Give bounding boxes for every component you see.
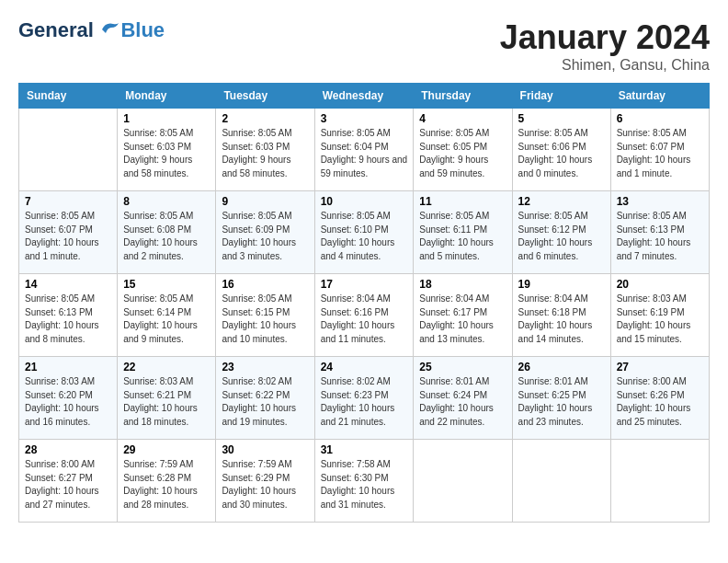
day-info: Sunrise: 8:05 AMSunset: 6:07 PMDaylight:… — [617, 127, 703, 180]
day-info: Sunrise: 8:05 AMSunset: 6:13 PMDaylight:… — [25, 293, 111, 346]
sunrise-text: Sunrise: 8:05 AM — [419, 127, 506, 141]
day-info: Sunrise: 8:04 AMSunset: 6:17 PMDaylight:… — [419, 293, 506, 346]
day-number: 9 — [222, 195, 308, 208]
calendar-cell: 21Sunrise: 8:03 AMSunset: 6:20 PMDayligh… — [19, 357, 118, 440]
day-number: 17 — [321, 278, 408, 291]
calendar-week-row: 1Sunrise: 8:05 AMSunset: 6:03 PMDaylight… — [19, 109, 710, 191]
day-number: 26 — [518, 361, 605, 373]
calendar-cell: 27Sunrise: 8:00 AMSunset: 6:26 PMDayligh… — [610, 357, 709, 440]
logo-general-text: General — [18, 18, 94, 41]
daylight-text: Daylight: 10 hours and 28 minutes. — [123, 485, 210, 511]
day-number: 18 — [419, 278, 506, 291]
calendar-table: SundayMondayTuesdayWednesdayThursdayFrid… — [18, 83, 710, 523]
daylight-text: Daylight: 10 hours and 30 minutes. — [222, 485, 308, 511]
daylight-text: Daylight: 9 hours and 59 minutes. — [419, 154, 506, 180]
sunrise-text: Sunrise: 7:59 AM — [123, 458, 210, 472]
calendar-week-row: 21Sunrise: 8:03 AMSunset: 6:20 PMDayligh… — [19, 357, 710, 440]
calendar-cell: 8Sunrise: 8:05 AMSunset: 6:08 PMDaylight… — [118, 191, 216, 274]
daylight-text: Daylight: 10 hours and 23 minutes. — [518, 402, 605, 429]
day-info: Sunrise: 8:05 AMSunset: 6:13 PMDaylight:… — [617, 210, 703, 263]
daylight-text: Daylight: 10 hours and 1 minute. — [25, 236, 111, 263]
daylight-text: Daylight: 10 hours and 3 minutes. — [222, 236, 308, 263]
calendar-cell: 28Sunrise: 8:00 AMSunset: 6:27 PMDayligh… — [19, 440, 118, 523]
calendar-cell: 31Sunrise: 7:58 AMSunset: 6:30 PMDayligh… — [314, 440, 414, 523]
col-header-saturday: Saturday — [610, 84, 709, 109]
daylight-text: Daylight: 10 hours and 22 minutes. — [419, 402, 506, 429]
day-info: Sunrise: 8:01 AMSunset: 6:25 PMDaylight:… — [518, 375, 605, 429]
day-info: Sunrise: 7:59 AMSunset: 6:28 PMDaylight:… — [123, 458, 210, 511]
day-number: 13 — [617, 195, 703, 208]
calendar-week-row: 7Sunrise: 8:05 AMSunset: 6:07 PMDaylight… — [19, 191, 710, 274]
day-info: Sunrise: 8:02 AMSunset: 6:23 PMDaylight:… — [321, 375, 408, 429]
day-number: 12 — [518, 195, 605, 208]
daylight-text: Daylight: 10 hours and 31 minutes. — [321, 485, 408, 511]
day-number: 19 — [518, 278, 605, 291]
daylight-text: Daylight: 10 hours and 16 minutes. — [25, 402, 111, 429]
day-number: 16 — [222, 278, 308, 291]
sunrise-text: Sunrise: 8:03 AM — [25, 375, 111, 389]
calendar-cell: 20Sunrise: 8:03 AMSunset: 6:19 PMDayligh… — [610, 274, 709, 357]
day-number: 4 — [419, 112, 506, 125]
col-header-friday: Friday — [512, 84, 610, 109]
sunset-text: Sunset: 6:24 PM — [419, 389, 506, 403]
col-header-monday: Monday — [118, 84, 216, 109]
sunrise-text: Sunrise: 8:04 AM — [321, 293, 408, 306]
sunset-text: Sunset: 6:23 PM — [321, 389, 408, 403]
sunset-text: Sunset: 6:14 PM — [123, 306, 210, 320]
sunrise-text: Sunrise: 8:03 AM — [123, 375, 210, 389]
day-number: 5 — [518, 112, 605, 125]
sunset-text: Sunset: 6:19 PM — [617, 306, 703, 320]
sunset-text: Sunset: 6:10 PM — [321, 224, 408, 237]
daylight-text: Daylight: 10 hours and 4 minutes. — [321, 236, 408, 263]
sunset-text: Sunset: 6:07 PM — [25, 224, 111, 237]
sunrise-text: Sunrise: 8:00 AM — [25, 458, 111, 472]
sunrise-text: Sunrise: 8:05 AM — [321, 210, 408, 224]
calendar-cell: 30Sunrise: 7:59 AMSunset: 6:29 PMDayligh… — [216, 440, 314, 523]
sunrise-text: Sunrise: 8:05 AM — [25, 210, 111, 224]
sunrise-text: Sunrise: 8:00 AM — [617, 375, 703, 389]
day-info: Sunrise: 8:00 AMSunset: 6:26 PMDaylight:… — [617, 375, 703, 429]
calendar-header-row: SundayMondayTuesdayWednesdayThursdayFrid… — [19, 84, 710, 109]
calendar-cell: 15Sunrise: 8:05 AMSunset: 6:14 PMDayligh… — [118, 274, 216, 357]
daylight-text: Daylight: 9 hours and 58 minutes. — [222, 154, 308, 180]
daylight-text: Daylight: 10 hours and 10 minutes. — [222, 319, 308, 346]
calendar-cell: 26Sunrise: 8:01 AMSunset: 6:25 PMDayligh… — [512, 357, 610, 440]
daylight-text: Daylight: 10 hours and 8 minutes. — [25, 319, 111, 346]
calendar-cell: 12Sunrise: 8:05 AMSunset: 6:12 PMDayligh… — [512, 191, 610, 274]
sunset-text: Sunset: 6:28 PM — [123, 472, 210, 486]
daylight-text: Daylight: 9 hours and 58 minutes. — [123, 154, 210, 180]
day-info: Sunrise: 8:00 AMSunset: 6:27 PMDaylight:… — [25, 458, 111, 511]
sunrise-text: Sunrise: 8:01 AM — [419, 375, 506, 389]
calendar-cell — [19, 109, 118, 191]
calendar-cell: 7Sunrise: 8:05 AMSunset: 6:07 PMDaylight… — [19, 191, 118, 274]
calendar-week-row: 28Sunrise: 8:00 AMSunset: 6:27 PMDayligh… — [19, 440, 710, 523]
day-info: Sunrise: 8:05 AMSunset: 6:04 PMDaylight:… — [321, 127, 408, 180]
daylight-text: Daylight: 10 hours and 1 minute. — [617, 154, 703, 180]
sunset-text: Sunset: 6:07 PM — [617, 141, 703, 155]
calendar-cell: 10Sunrise: 8:05 AMSunset: 6:10 PMDayligh… — [314, 191, 414, 274]
day-info: Sunrise: 8:01 AMSunset: 6:24 PMDaylight:… — [419, 375, 506, 429]
sunset-text: Sunset: 6:25 PM — [518, 389, 605, 403]
daylight-text: Daylight: 9 hours and 59 minutes. — [321, 154, 408, 180]
sunrise-text: Sunrise: 8:01 AM — [518, 375, 605, 389]
sunrise-text: Sunrise: 8:02 AM — [222, 375, 308, 389]
calendar-cell: 18Sunrise: 8:04 AMSunset: 6:17 PMDayligh… — [414, 274, 512, 357]
title-area: January 2024 Shimen, Gansu, China — [500, 18, 710, 74]
sunset-text: Sunset: 6:17 PM — [419, 306, 506, 320]
logo-bird-icon — [100, 20, 120, 37]
sunset-text: Sunset: 6:13 PM — [25, 306, 111, 320]
day-info: Sunrise: 8:05 AMSunset: 6:10 PMDaylight:… — [321, 210, 408, 263]
day-info: Sunrise: 8:05 AMSunset: 6:06 PMDaylight:… — [518, 127, 605, 180]
sunset-text: Sunset: 6:06 PM — [518, 141, 605, 155]
sunrise-text: Sunrise: 8:05 AM — [123, 210, 210, 224]
sunrise-text: Sunrise: 8:05 AM — [419, 210, 506, 224]
col-header-tuesday: Tuesday — [216, 84, 314, 109]
day-info: Sunrise: 8:05 AMSunset: 6:14 PMDaylight:… — [123, 293, 210, 346]
logo-blue-text: Blue — [120, 18, 165, 41]
day-info: Sunrise: 8:05 AMSunset: 6:09 PMDaylight:… — [222, 210, 308, 263]
calendar-cell: 23Sunrise: 8:02 AMSunset: 6:22 PMDayligh… — [216, 357, 314, 440]
day-info: Sunrise: 8:03 AMSunset: 6:20 PMDaylight:… — [25, 375, 111, 429]
day-number: 23 — [222, 361, 308, 373]
sunrise-text: Sunrise: 8:05 AM — [222, 210, 308, 224]
daylight-text: Daylight: 10 hours and 19 minutes. — [222, 402, 308, 429]
